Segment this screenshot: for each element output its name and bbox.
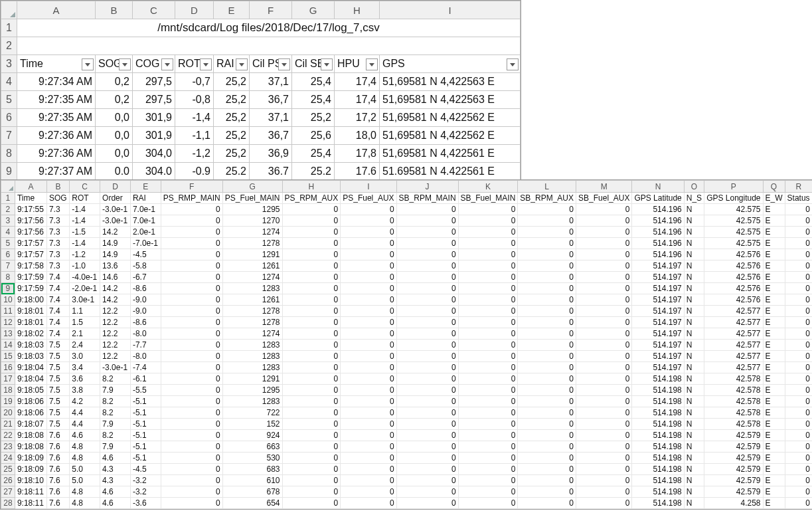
cell[interactable]: 514.196 (632, 204, 684, 215)
cell[interactable]: 1283 (222, 362, 282, 373)
cell[interactable]: 4.4 (70, 419, 100, 430)
col-header[interactable]: E (214, 1, 250, 19)
cell[interactable]: 0 (785, 204, 812, 215)
cell[interactable]: 7.5 (46, 419, 69, 430)
cell[interactable]: 42.578 (704, 396, 763, 407)
cell[interactable]: E (763, 227, 785, 238)
cell[interactable]: 0 (785, 419, 812, 430)
cell[interactable]: 0 (341, 328, 396, 340)
row-header[interactable]: 28 (1, 498, 15, 509)
cell[interactable]: 42.579 (704, 486, 763, 498)
cell[interactable]: E (763, 486, 785, 498)
cell[interactable]: 42.579 (704, 464, 763, 475)
cell[interactable]: 0 (396, 453, 458, 464)
cell[interactable]: 9:18:06 (15, 396, 46, 407)
cell[interactable]: 0 (458, 204, 518, 215)
cell[interactable]: 0 (576, 328, 632, 340)
cell[interactable]: 9:17:59 (15, 283, 46, 294)
cell[interactable]: 42.577 (704, 328, 763, 340)
cell[interactable]: 9:17:55 (15, 204, 46, 215)
cell-rai[interactable]: 25.2 (214, 163, 250, 181)
cell[interactable]: 0 (161, 238, 222, 249)
cell[interactable]: 0 (282, 227, 341, 238)
cell[interactable]: -8.6 (130, 317, 161, 328)
cell[interactable]: 7.9 (100, 385, 131, 396)
cell[interactable]: 9:18:08 (15, 441, 46, 453)
cell[interactable]: 0 (576, 351, 632, 362)
header-cell[interactable]: PS_RMP_MAIN (161, 193, 222, 204)
cell[interactable]: 0 (161, 249, 222, 260)
cell[interactable]: -3.0e-1 (100, 215, 131, 227)
row-header[interactable]: 5 (1, 91, 17, 109)
cell[interactable]: 0 (458, 294, 518, 306)
col-header[interactable]: R (785, 181, 812, 193)
cell[interactable]: 42.579 (704, 430, 763, 441)
cell[interactable]: 0 (785, 249, 812, 260)
cell[interactable]: 4.8 (70, 498, 100, 509)
cell[interactable]: 4.6 (100, 453, 131, 464)
cell[interactable]: 0 (576, 204, 632, 215)
cell[interactable]: 9:18:03 (15, 351, 46, 362)
cell[interactable]: 42.576 (704, 272, 763, 283)
cell[interactable]: 514.196 (632, 249, 684, 260)
cell[interactable]: 0 (518, 486, 576, 498)
row-header[interactable]: 23 (1, 441, 15, 453)
cell-hpu[interactable]: 17,4 (335, 73, 380, 91)
cell[interactable]: 42.577 (704, 351, 763, 362)
cell[interactable]: 0 (282, 328, 341, 340)
cell[interactable]: 0 (576, 396, 632, 407)
cell[interactable]: 0 (341, 215, 396, 227)
cell[interactable]: 0 (396, 249, 458, 260)
cell-rot[interactable]: -0,7 (175, 73, 214, 91)
cell[interactable]: 1.5 (70, 317, 100, 328)
cell[interactable]: N (684, 249, 704, 260)
cell-cilsb[interactable]: 25,2 (292, 109, 335, 127)
cell[interactable]: E (763, 328, 785, 340)
col-header[interactable]: B (46, 181, 69, 193)
cell[interactable]: 0 (161, 260, 222, 272)
cell[interactable]: 0 (785, 260, 812, 272)
cell[interactable]: 514.197 (632, 340, 684, 351)
cell-time[interactable]: 9:27:36 AM (17, 127, 96, 145)
cell[interactable]: -3.0e-1 (100, 362, 131, 373)
cell[interactable]: 610 (222, 475, 282, 486)
header-cell[interactable]: E_W (763, 193, 785, 204)
cell[interactable]: 0 (518, 407, 576, 419)
cell[interactable]: 0 (518, 396, 576, 407)
cell[interactable]: -8.0 (130, 351, 161, 362)
cell[interactable]: E (763, 204, 785, 215)
col-header[interactable]: L (518, 181, 576, 193)
cell[interactable]: 514.198 (632, 441, 684, 453)
cell[interactable]: 7.5 (46, 385, 69, 396)
cell[interactable]: 7.5 (46, 340, 69, 351)
cell[interactable]: 1274 (222, 272, 282, 283)
row-header[interactable]: 11 (1, 306, 15, 317)
cell[interactable]: 0 (458, 260, 518, 272)
header-cell[interactable]: SB_Fuel_AUX (576, 193, 632, 204)
cell[interactable]: 0 (518, 351, 576, 362)
cell[interactable]: 0 (576, 475, 632, 486)
cell[interactable]: -3.2 (130, 486, 161, 498)
cell[interactable]: 42.575 (704, 204, 763, 215)
cell[interactable]: -5.1 (130, 453, 161, 464)
cell[interactable]: 3.6 (70, 373, 100, 385)
cell[interactable]: 2.0e-1 (130, 227, 161, 238)
cell[interactable]: E (763, 362, 785, 373)
cell[interactable]: 514.198 (632, 385, 684, 396)
cell[interactable]: 9:18:04 (15, 373, 46, 385)
cell[interactable]: E (763, 441, 785, 453)
cell[interactable]: 7.4 (46, 283, 69, 294)
cell-cilps[interactable]: 36.7 (250, 163, 292, 181)
cell[interactable]: 0 (341, 498, 396, 509)
row-header[interactable]: 4 (1, 73, 17, 91)
cell[interactable]: 0 (458, 430, 518, 441)
cell[interactable]: -3.0e-1 (100, 204, 131, 215)
col-header[interactable]: I (341, 181, 396, 193)
header-cell[interactable]: SOG (46, 193, 69, 204)
cell-cog[interactable]: 304,0 (133, 145, 175, 163)
cell[interactable]: 0 (282, 430, 341, 441)
row-header[interactable]: 2 (1, 204, 15, 215)
empty-cell[interactable] (17, 37, 521, 55)
cell-gps[interactable]: 51,69581 N 4,422562 E (380, 127, 521, 145)
cell[interactable]: 0 (161, 430, 222, 441)
